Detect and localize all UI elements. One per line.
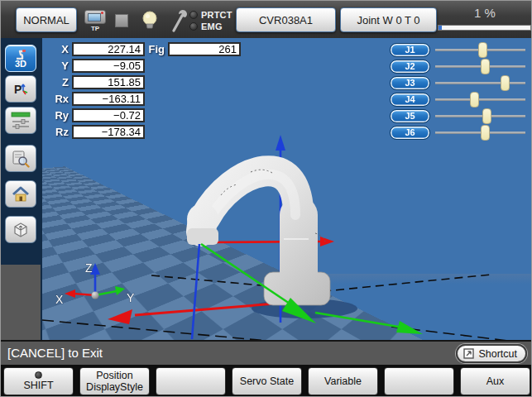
prtct-led	[189, 11, 198, 19]
emg-led	[189, 22, 198, 31]
function-key-bar: SHIFT Position DisplayStyle Servo State …	[1, 365, 532, 397]
j1-slider-track[interactable]	[435, 49, 525, 51]
j2-slider-thumb[interactable]	[481, 59, 490, 74]
j2-button[interactable]: J2	[390, 60, 430, 74]
shortcut-button[interactable]: Shortcut	[456, 344, 527, 363]
pos-value-z: 151.85	[72, 75, 145, 89]
wrench-icon	[169, 9, 189, 32]
position-frame-icon: P	[12, 80, 30, 98]
shortcut-label: Shortcut	[478, 348, 517, 360]
triad-y-label: Y	[127, 291, 135, 304]
coordinate-mode-button[interactable]: Joint W 0 T 0	[340, 7, 437, 32]
lamp-icon	[141, 10, 159, 31]
joint-row-j3: J3	[390, 76, 532, 90]
j5-slider-thumb[interactable]	[482, 108, 491, 124]
stop-indicator-icon	[115, 14, 128, 27]
joint-row-j5: J5	[390, 109, 532, 123]
prtct-indicator: PRTCT	[189, 10, 232, 20]
world-y-axis	[315, 313, 403, 328]
prtct-label: PRTCT	[201, 10, 232, 20]
triad-x-label: X	[55, 293, 64, 306]
sidebar-item-position-style[interactable]: P	[5, 75, 36, 103]
magnifier-document-icon	[12, 150, 30, 168]
fig-value: 261	[168, 42, 241, 56]
origin-triad: X Y Z	[55, 261, 135, 306]
svg-text:P: P	[14, 83, 22, 96]
pos-value-rx: −163.11	[72, 92, 145, 106]
sidebar-item-home[interactable]	[5, 180, 36, 208]
sliders-icon	[11, 112, 31, 130]
j6-button[interactable]: J6	[390, 126, 430, 140]
pos-label-x: X	[47, 43, 69, 55]
j4-button[interactable]: J4	[390, 93, 430, 107]
sidebar-item-3d-view[interactable]: 3D	[5, 45, 36, 72]
fkey-shift-label: SHIFT	[23, 380, 53, 391]
j6-slider-track[interactable]	[435, 132, 525, 134]
figure-row: Fig 261	[146, 42, 241, 56]
position-row-z: Z 151.85	[47, 75, 145, 89]
speed-progress-fill	[439, 26, 442, 30]
j3-slider-thumb[interactable]	[501, 75, 510, 91]
status-bar: [CANCEL] to Exit Shortcut	[1, 340, 532, 365]
j3-button[interactable]: J3	[390, 76, 430, 90]
fkey-empty-2[interactable]	[384, 367, 454, 395]
joint-row-j4: J4	[390, 93, 532, 107]
j6-slider-thumb[interactable]	[481, 125, 490, 141]
pos-label-ry: Ry	[47, 109, 69, 122]
robot-3d-icon	[14, 49, 27, 60]
shift-led	[35, 371, 42, 379]
tp-icon-label: TP	[84, 25, 107, 32]
status-message: [CANCEL] to Exit	[7, 346, 103, 360]
teach-pendant-icon: TP	[84, 10, 107, 32]
sidebar-item-workpiece[interactable]	[5, 216, 36, 243]
triad-z-label: Z	[85, 261, 93, 275]
3d-viewport[interactable]: X Y Z X 227.14 Y −9.05 Z 151.85 Rx −163.…	[41, 38, 532, 340]
sidebar: 3D P	[1, 38, 41, 340]
world-z-arrowhead	[276, 135, 285, 151]
fkey-aux[interactable]: Aux	[460, 367, 530, 395]
j1-button[interactable]: J1	[390, 43, 430, 57]
fkey-position-displaystyle[interactable]: Position DisplayStyle	[79, 367, 150, 395]
fkey-variable[interactable]: Variable	[308, 367, 378, 395]
j1-slider-thumb[interactable]	[478, 42, 487, 58]
sidebar-item-view-search[interactable]	[5, 145, 36, 172]
fkey-variable-label: Variable	[324, 375, 362, 387]
emg-label: EMG	[201, 22, 223, 31]
sidebar-3d-label: 3D	[15, 60, 26, 69]
pos-value-y: −9.05	[72, 59, 145, 73]
fkey-servo-state[interactable]: Servo State	[232, 367, 302, 395]
j5-button[interactable]: J5	[390, 109, 430, 123]
j4-slider-track[interactable]	[435, 98, 525, 101]
tool-z-axis	[192, 244, 199, 339]
joint-row-j1: J1	[390, 43, 532, 57]
fkey-servo-label: Servo State	[240, 375, 294, 387]
fkey-position-label-line2: DisplayStyle	[86, 381, 143, 393]
position-row-x: X 227.14	[47, 42, 145, 56]
fkey-shift[interactable]: SHIFT	[3, 367, 74, 395]
program-button[interactable]: CVR038A1	[236, 7, 336, 32]
pos-value-ry: −0.72	[72, 108, 145, 122]
pos-label-z: Z	[47, 76, 69, 88]
j3-slider-track[interactable]	[435, 82, 525, 84]
pos-value-rz: −178.34	[72, 125, 145, 139]
position-row-rz: Rz −178.34	[47, 125, 145, 139]
top-bar: NORMAL TP PRTCT EMG CVR038A1 Joint W 0 T…	[1, 1, 532, 38]
position-row-rx: Rx −163.11	[47, 92, 145, 106]
world-y-arrowhead	[396, 321, 423, 334]
j5-slider-track[interactable]	[435, 115, 525, 117]
j4-slider-thumb[interactable]	[470, 92, 479, 108]
sidebar-item-display-settings[interactable]	[5, 107, 36, 134]
speed-progress-bar	[438, 25, 531, 31]
fkey-empty-1[interactable]	[156, 367, 226, 395]
j2-slider-track[interactable]	[435, 65, 525, 68]
pos-label-rx: Rx	[47, 93, 69, 105]
mode-button[interactable]: NORMAL	[16, 7, 77, 32]
emg-indicator: EMG	[189, 22, 223, 31]
pos-value-x: 227.14	[72, 42, 145, 56]
joint-row-j2: J2	[390, 60, 532, 74]
position-row-ry: Ry −0.72	[47, 108, 145, 122]
robot-flange	[187, 228, 218, 245]
home-icon	[12, 186, 30, 203]
fkey-aux-label: Aux	[486, 375, 505, 387]
shortcut-icon	[463, 348, 474, 359]
